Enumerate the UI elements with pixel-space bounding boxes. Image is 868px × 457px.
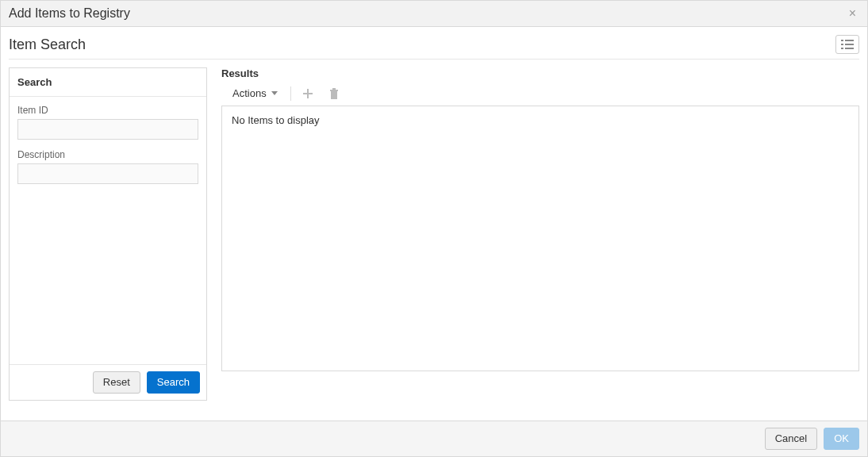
dialog-footer: Cancel OK <box>1 421 867 456</box>
dialog-title: Add Items to Registry <box>9 6 130 21</box>
description-input[interactable] <box>17 163 198 184</box>
chevron-down-icon <box>271 91 278 95</box>
plus-icon <box>302 88 313 99</box>
add-button[interactable] <box>301 86 315 101</box>
ok-button[interactable]: OK <box>824 428 859 450</box>
results-empty-message: No Items to display <box>232 114 849 126</box>
results-panel: Results Actions <box>221 67 859 401</box>
item-id-field-group: Item ID <box>17 105 198 140</box>
results-title: Results <box>221 67 859 79</box>
description-field-group: Description <box>17 149 198 184</box>
results-toolbar: Actions <box>221 84 859 106</box>
list-icon <box>841 39 854 50</box>
svg-rect-9 <box>332 88 336 90</box>
search-panel-footer: Reset Search <box>10 364 206 400</box>
actions-label: Actions <box>232 87 267 99</box>
toolbar-separator <box>290 86 291 101</box>
svg-rect-8 <box>330 90 338 91</box>
search-panel-title: Search <box>10 68 206 97</box>
cancel-button[interactable]: Cancel <box>765 428 817 450</box>
trash-icon <box>329 88 339 99</box>
search-panel-body: Item ID Description <box>10 97 206 364</box>
svg-rect-0 <box>841 40 843 41</box>
dialog-body: Item Search Search Item ID <box>1 27 867 421</box>
delete-button[interactable] <box>328 86 340 101</box>
description-label: Description <box>17 149 198 160</box>
content-row: Search Item ID Description Reset Search <box>9 67 859 401</box>
item-id-input[interactable] <box>17 119 198 140</box>
search-panel: Search Item ID Description Reset Search <box>9 67 207 401</box>
svg-rect-3 <box>845 44 854 45</box>
dialog: Add Items to Registry × Item Search Sear… <box>0 0 868 457</box>
svg-rect-10 <box>331 91 337 99</box>
svg-rect-2 <box>841 44 843 45</box>
item-id-label: Item ID <box>17 105 198 116</box>
actions-menu-toggle[interactable]: Actions <box>229 86 281 101</box>
svg-rect-7 <box>303 93 313 94</box>
svg-rect-4 <box>841 48 843 49</box>
dialog-header: Add Items to Registry × <box>1 1 867 27</box>
page-title: Item Search <box>9 36 86 53</box>
section-header: Item Search <box>9 35 859 60</box>
svg-rect-5 <box>845 48 854 49</box>
list-view-toggle[interactable] <box>835 35 859 54</box>
close-icon[interactable]: × <box>846 6 859 21</box>
search-button[interactable]: Search <box>147 371 200 394</box>
results-area: No Items to display <box>221 106 859 371</box>
svg-rect-1 <box>845 40 854 41</box>
reset-button[interactable]: Reset <box>93 371 140 394</box>
